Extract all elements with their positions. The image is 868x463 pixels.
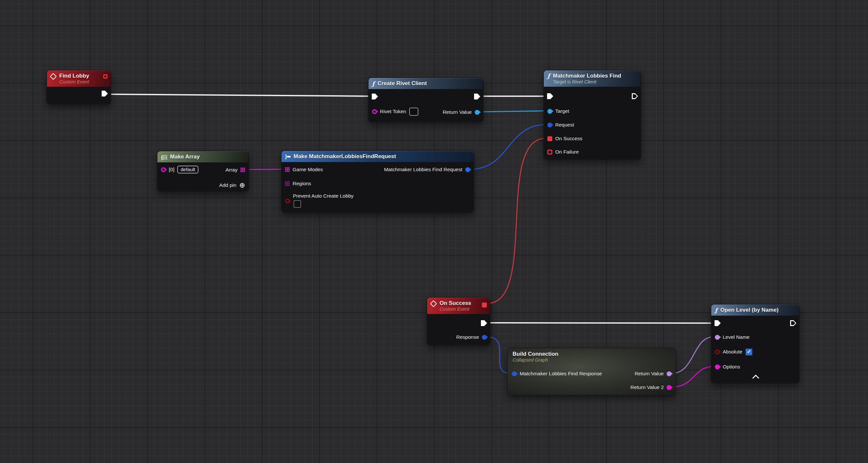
pin-label: Rivet Token xyxy=(380,109,406,114)
make-array-icon: { xyxy=(161,155,167,160)
pin-row-element-0: [0] default xyxy=(161,166,198,173)
node-title: Open Level (by Name) xyxy=(720,307,779,313)
pin-label: Target xyxy=(555,108,569,114)
pin-row-prevent-label: Prevent Auto Create Lobby xyxy=(293,193,353,199)
node-header: ƒ Matchmaker Lobbies Find Target is Rive… xyxy=(544,70,641,87)
pin-label: Absolute xyxy=(723,349,742,355)
pin-label: Regions xyxy=(292,181,311,186)
return-value-pin[interactable] xyxy=(475,110,479,115)
node-title: Make MatchmakerLobbiesFindRequest xyxy=(293,153,396,160)
on-failure-pin[interactable] xyxy=(548,150,552,154)
node-header: Build Connection Collapsed Graph xyxy=(513,351,558,363)
wire-exec-onsuccess-to-openlevel[interactable] xyxy=(487,323,714,323)
delegate-pin[interactable] xyxy=(482,302,487,308)
node-find-lobby[interactable]: Find Lobby Custom Event xyxy=(46,70,111,104)
node-make-matchmaker-lobbies-find-request[interactable]: } Make MatchmakerLobbiesFindRequest Game… xyxy=(281,151,474,212)
pin-label: Prevent Auto Create Lobby xyxy=(293,193,353,199)
request-pin[interactable] xyxy=(548,123,552,127)
regions-pin[interactable] xyxy=(285,181,290,186)
exec-in-pin[interactable] xyxy=(715,320,721,326)
pin-row-return-value-2: Return Value 2 xyxy=(630,384,672,390)
node-open-level[interactable]: ƒ Open Level (by Name) Level Name Absolu… xyxy=(711,304,800,383)
pin-row-response: Response xyxy=(456,334,487,340)
on-success-pin[interactable] xyxy=(548,136,552,141)
delegate-pin[interactable] xyxy=(103,74,107,79)
pin-label: Return Value xyxy=(635,371,664,377)
array-out-pin[interactable] xyxy=(241,168,245,172)
exec-in-pin[interactable] xyxy=(372,94,378,99)
wire-onsuccess-delegate[interactable] xyxy=(487,138,546,303)
pin-row-rivet-token: Rivet Token xyxy=(372,108,418,115)
prevent-auto-create-lobby-checkbox[interactable] xyxy=(293,200,301,208)
pin-label: Game Modes xyxy=(292,167,323,172)
options-pin[interactable] xyxy=(715,365,720,369)
element-0-value-input[interactable]: default xyxy=(177,166,198,173)
exec-out-pin[interactable] xyxy=(481,320,487,326)
node-subtitle: Custom Event xyxy=(439,307,471,312)
pin-row-game-modes: Game Modes xyxy=(285,166,323,173)
node-header: ƒ Create Rivet Client xyxy=(369,78,483,89)
pin-row-absolute: Absolute ✓ xyxy=(715,349,753,355)
prevent-auto-create-lobby-pin[interactable] xyxy=(285,199,290,203)
pin-label: Response xyxy=(456,334,479,340)
node-header: { Make Array xyxy=(157,151,249,163)
pin-label: On Failure xyxy=(555,149,579,155)
wire-returnvalue-to-levelname[interactable] xyxy=(672,337,714,373)
node-build-connection[interactable]: Build Connection Collapsed Graph Matchma… xyxy=(507,348,676,395)
node-subtitle: Custom Event xyxy=(59,79,89,85)
pin-label: Matchmaker Lobbies Find Response xyxy=(520,371,602,377)
node-title: Matchmaker Lobbies Find xyxy=(553,73,621,79)
node-make-array[interactable]: { Make Array [0] default Array Add pin ⊕ xyxy=(157,151,249,192)
add-pin-icon[interactable]: ⊕ xyxy=(239,182,245,188)
wire-returnvalue2-to-options[interactable] xyxy=(672,367,714,387)
exec-out-pin[interactable] xyxy=(632,93,638,99)
node-create-rivet-client[interactable]: ƒ Create Rivet Client Rivet Token Return… xyxy=(368,78,484,122)
collapse-chevron-icon[interactable] xyxy=(752,375,759,381)
pin-label: Matchmaker Lobbies Find Request xyxy=(384,167,462,172)
blueprint-graph-canvas[interactable]: Find Lobby Custom Event ƒ Create Rivet C… xyxy=(0,0,868,463)
node-matchmaker-lobbies-find[interactable]: ƒ Matchmaker Lobbies Find Target is Rive… xyxy=(544,70,641,160)
pin-row-target: Target xyxy=(548,108,569,114)
matchmaker-lobbies-find-response-pin[interactable] xyxy=(512,371,517,376)
node-title: Build Connection xyxy=(513,351,558,357)
pin-row-array-out: Array xyxy=(225,167,245,173)
node-on-success[interactable]: On Success Custom Event Response xyxy=(427,297,490,345)
wire-array-to-gamemodes[interactable] xyxy=(245,169,283,170)
game-modes-pin[interactable] xyxy=(285,167,290,172)
absolute-checkbox[interactable]: ✓ xyxy=(745,348,753,356)
level-name-pin[interactable] xyxy=(715,335,720,340)
exec-out-pin[interactable] xyxy=(790,320,796,326)
element-0-pin[interactable] xyxy=(161,167,166,172)
pin-label: Level Name xyxy=(723,334,750,340)
add-pin-label: Add pin xyxy=(219,182,237,188)
node-title: Make Array xyxy=(170,153,200,160)
add-pin-row[interactable]: Add pin ⊕ xyxy=(219,182,245,189)
node-title: On Success xyxy=(439,300,471,307)
pin-row-regions: Regions xyxy=(285,180,311,187)
rivet-token-pin[interactable] xyxy=(372,109,377,114)
pin-row-options: Options xyxy=(715,364,740,370)
absolute-pin[interactable] xyxy=(715,350,720,354)
pin-label: Options xyxy=(723,364,740,370)
node-title: Create Rivet Client xyxy=(378,80,427,87)
pin-label: Array xyxy=(225,167,238,173)
wire-exec-findlobby-to-createclient[interactable] xyxy=(108,94,371,96)
pin-row-on-failure: On Failure xyxy=(548,149,579,155)
pin-label: Return Value 2 xyxy=(630,384,664,390)
pin-label: [0] xyxy=(169,167,174,172)
wire-returnvalue-to-target[interactable] xyxy=(480,111,546,112)
node-header: } Make MatchmakerLobbiesFindRequest xyxy=(281,151,474,162)
return-value-2-pin[interactable] xyxy=(666,385,672,390)
exec-out-pin[interactable] xyxy=(474,94,480,99)
target-pin[interactable] xyxy=(548,109,552,114)
exec-out-pin[interactable] xyxy=(102,91,108,96)
exec-in-pin[interactable] xyxy=(547,93,553,99)
wire-layer xyxy=(0,0,868,463)
node-header: On Success Custom Event xyxy=(427,298,490,314)
response-pin[interactable] xyxy=(482,335,487,340)
rivet-token-input[interactable] xyxy=(409,108,418,116)
return-value-pin[interactable] xyxy=(666,371,672,376)
custom-event-icon xyxy=(430,300,437,307)
find-request-out-pin[interactable] xyxy=(465,167,470,172)
wire-findrequest-to-request[interactable] xyxy=(470,124,546,169)
